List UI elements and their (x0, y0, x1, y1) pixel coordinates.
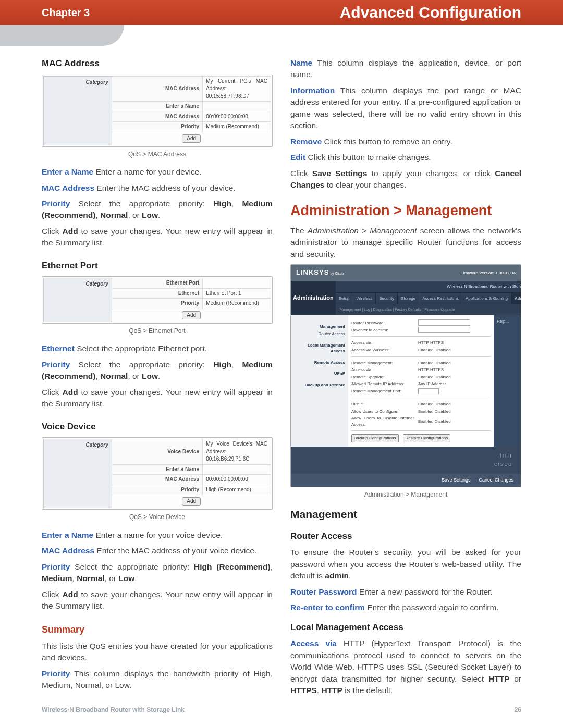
shot-router-pw[interactable] (418, 319, 470, 326)
vd-row0-label: Enter a Name (112, 464, 202, 475)
term-vd-priority: Priority (42, 562, 70, 571)
shot-group-remote: Remote Access (294, 360, 345, 366)
shot-group-backup: Backup and Restore (294, 382, 345, 388)
shot-cisco-logo: ılıılıcisco (291, 447, 521, 474)
footer-page-number: 26 (515, 706, 521, 713)
heading-management: Management (290, 507, 521, 522)
chapter-label: Chapter 3 (42, 7, 90, 19)
term-summary-priority: Priority (42, 669, 70, 678)
heading-summary: Summary (42, 623, 273, 636)
heading-mac-address: MAC Address (42, 57, 273, 70)
page-header: Chapter 3 Advanced Configuration (0, 0, 563, 25)
mac-add-button[interactable]: Add (182, 134, 201, 143)
ep-row1-val: Medium (Recommend) (203, 299, 271, 309)
vd-row0-val (203, 464, 271, 475)
mac-selector: MAC Address (112, 76, 202, 102)
ep-add-button[interactable]: Add (182, 311, 201, 320)
ep-row0-val: Ethernet Port 1 (203, 288, 271, 299)
screenshot-admin-management: LINKSYS by Cisco Firmware Version: 1.00.… (290, 264, 521, 487)
mac-category-label: Category (44, 76, 112, 145)
term-name: Name (290, 58, 312, 67)
vd-add-button[interactable]: Add (182, 497, 201, 506)
term-edit: Edit (290, 153, 305, 162)
term-enter-name: Enter a Name (42, 167, 93, 176)
shot-tab-admin[interactable]: Administration (511, 293, 521, 304)
shot-save-settings[interactable]: Save Settings (442, 477, 471, 484)
page-footer: Wireless-N Broadband Router with Storage… (42, 706, 521, 713)
heading-router-access: Router Access (290, 530, 521, 543)
mac-row1-val: 00:00:00:00:00:00 (203, 112, 271, 122)
shot-restore-button[interactable]: Restore Configurations (403, 434, 451, 442)
term-information: Information (290, 86, 335, 95)
term-ep-priority: Priority (42, 360, 70, 369)
shot-nav-side: Administration (291, 281, 336, 315)
shot-remote-port[interactable] (418, 388, 439, 394)
mac-row0-val (203, 102, 271, 112)
footer-product: Wireless-N Broadband Router with Storage… (42, 706, 185, 713)
shot-cancel-changes[interactable]: Cancel Changes (479, 477, 513, 484)
shot-tab-access[interactable]: Access Restrictions (419, 293, 462, 304)
vd-row1-val: 00:00:00:00:00:00 (203, 475, 271, 485)
shot-help-link[interactable]: Help... (497, 319, 509, 324)
term-access-via: Access via (290, 639, 337, 648)
mac-row2-label: Priority (112, 122, 202, 132)
vd-info: My Voice Device's MAC Address: 00:16:B6:… (203, 439, 271, 465)
mac-row0-label: Enter a Name (112, 102, 202, 112)
caption-qos-ethernet: QoS > Ethernet Port (42, 327, 273, 336)
term-remove: Remove (290, 137, 322, 146)
mac-row2-val: Medium (Recommend) (203, 122, 271, 132)
text-enter-name: Enter a name for your device. (93, 167, 202, 176)
shot-tab-apps[interactable]: Applications & Gaming (462, 293, 511, 304)
ep-selector: Ethernet Port (112, 278, 202, 289)
term-ethernet: Ethernet (42, 344, 75, 353)
vd-category-label: Category (44, 439, 112, 508)
shot-tab-storage[interactable]: Storage (398, 293, 419, 304)
shot-brand-sub: by Cisco (331, 272, 344, 275)
shot-router-pw2[interactable] (418, 327, 470, 333)
shot-group-router-access: Router Access (294, 331, 345, 337)
shot-group-lma: Local Management Access (294, 342, 345, 354)
screenshot-qos-mac: Category MAC Address My Current PC's MAC… (42, 75, 273, 147)
term-vd-name: Enter a Name (42, 530, 93, 539)
term-reenter: Re-enter to confirm (290, 603, 365, 612)
vd-row2-label: Priority (112, 485, 202, 495)
right-column: Name This column displays the applicatio… (290, 57, 521, 697)
heading-local-management: Local Management Access (290, 621, 521, 634)
text-mac-address: Enter the MAC address of your device. (94, 183, 236, 192)
term-mac-priority: Priority (42, 199, 70, 208)
term-router-password: Router Password (290, 587, 357, 596)
page-title: Advanced Configuration (340, 4, 521, 21)
shot-subtabs: Management | Log | Diagnostics | Factory… (336, 304, 458, 315)
shot-tab-setup[interactable]: Setup (336, 293, 353, 304)
heading-voice-device: Voice Device (42, 421, 273, 434)
shot-title: Wireless-N Broadband Router with Storage… (447, 284, 521, 289)
caption-admin-management: Administration > Management (290, 490, 521, 499)
shot-group-mgmt: Management (294, 324, 345, 330)
shot-brand: LINKSYS (296, 268, 329, 276)
shot-group-upnp: UPnP (294, 371, 345, 377)
shot-fw: Firmware Version: 1.00.01 B4 (461, 270, 516, 276)
screenshot-qos-voice: Category Voice Device My Voice Device's … (42, 437, 273, 510)
caption-qos-voice: QoS > Voice Device (42, 513, 273, 522)
ep-category-label: Category (44, 278, 112, 322)
heading-admin-management: Administration > Management (290, 201, 521, 221)
left-column: MAC Address Category MAC Address My Curr… (42, 57, 273, 697)
term-mac-address: MAC Address (42, 183, 94, 192)
heading-ethernet-port: Ethernet Port (42, 260, 273, 273)
header-tab-shape (0, 25, 124, 46)
ep-row1-label: Priority (112, 299, 202, 309)
mac-info: My Current PC's MAC Address: 00:15:58:7F… (203, 76, 271, 102)
vd-selector: Voice Device (112, 439, 202, 465)
vd-row1-label: MAC Address (112, 475, 202, 485)
vd-row2-val: High (Recommend) (203, 485, 271, 495)
summary-text: This lists the QoS entries you have crea… (42, 640, 273, 664)
shot-tab-security[interactable]: Security (376, 293, 398, 304)
mac-row1-label: MAC Address (112, 112, 202, 122)
term-vd-mac: MAC Address (42, 546, 94, 555)
caption-qos-mac: QoS > MAC Address (42, 150, 273, 159)
shot-backup-button[interactable]: Backup Configurations (351, 434, 399, 442)
screenshot-qos-ethernet: Category Ethernet Port EthernetEthernet … (42, 276, 273, 324)
ep-row0-label: Ethernet (112, 288, 202, 299)
shot-tab-wireless[interactable]: Wireless (353, 293, 376, 304)
